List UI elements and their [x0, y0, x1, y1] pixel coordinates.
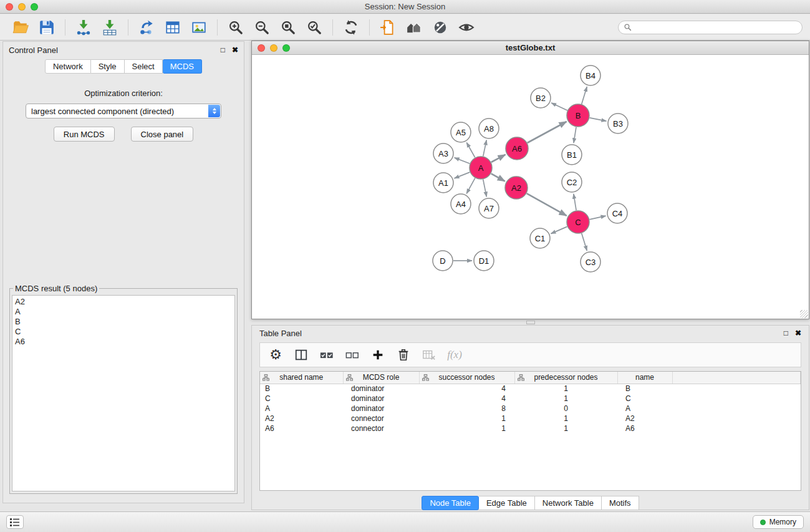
- table-cell[interactable]: 8: [419, 404, 514, 414]
- tab-network[interactable]: Network: [45, 59, 91, 74]
- tab-network-table[interactable]: Network Table: [535, 496, 602, 510]
- mcds-result-list[interactable]: A2ABCA6: [12, 295, 235, 491]
- search-box[interactable]: [618, 21, 803, 34]
- graph-node-D1[interactable]: D1: [474, 251, 494, 271]
- tab-node-table[interactable]: Node Table: [422, 496, 479, 510]
- table-cell[interactable]: 1: [514, 394, 617, 404]
- show-hide-button[interactable]: [456, 17, 476, 37]
- home-button[interactable]: [404, 17, 424, 37]
- graph-node-A4[interactable]: A4: [451, 194, 471, 214]
- table-row[interactable]: A6connector11A6: [260, 423, 801, 433]
- edge-A-A3[interactable]: [455, 158, 470, 163]
- table-cell[interactable]: dominator: [343, 384, 419, 394]
- graph-node-B2[interactable]: B2: [531, 88, 551, 108]
- zoom-selected-button[interactable]: [304, 17, 324, 37]
- zoom-in-button[interactable]: [226, 17, 246, 37]
- tab-style[interactable]: Style: [91, 59, 125, 74]
- table-cell[interactable]: B: [617, 384, 672, 394]
- edge-A6-B[interactable]: [528, 122, 567, 143]
- select-all-button[interactable]: [319, 347, 335, 363]
- graph-node-B3[interactable]: B3: [608, 114, 628, 133]
- table-cell[interactable]: connector: [343, 423, 419, 433]
- float-panel-icon[interactable]: □: [784, 329, 788, 337]
- mcds-result-item[interactable]: A: [15, 307, 232, 317]
- edge-A-A4[interactable]: [466, 178, 475, 194]
- column-header-predecessor-nodes[interactable]: predecessor nodes: [514, 372, 617, 384]
- panel-splitter[interactable]: [251, 319, 809, 325]
- new-table-button[interactable]: [163, 17, 183, 37]
- table-cell[interactable]: 4: [419, 384, 514, 394]
- close-panel-icon[interactable]: ✖: [232, 46, 238, 54]
- edge-A-A2[interactable]: [491, 173, 505, 181]
- window-resize-grip[interactable]: [800, 310, 808, 318]
- graph-node-C3[interactable]: C3: [581, 252, 600, 272]
- graph-node-A7[interactable]: A7: [479, 198, 499, 218]
- graph-node-D[interactable]: D: [433, 251, 453, 271]
- graph-node-C4[interactable]: C4: [607, 203, 627, 223]
- tab-select[interactable]: Select: [125, 59, 163, 74]
- import-network-button[interactable]: [74, 17, 94, 37]
- close-panel-icon[interactable]: ✖: [795, 329, 801, 337]
- table-cell[interactable]: A6: [260, 423, 343, 433]
- column-header-shared-name[interactable]: shared name: [260, 372, 343, 384]
- network-canvas[interactable]: AA1A2A3A4A5A6A7A8BB1B2B3B4CC1C2C3C4DD1: [252, 55, 809, 319]
- edge-B-B3[interactable]: [590, 118, 607, 121]
- table-cell[interactable]: A2: [260, 414, 343, 423]
- table-settings-icon[interactable]: ⚙: [268, 347, 284, 363]
- network-close-button[interactable]: [258, 44, 265, 52]
- graph-node-B4[interactable]: B4: [581, 65, 600, 85]
- mcds-result-item[interactable]: A6: [15, 337, 232, 347]
- table-cell[interactable]: 0: [514, 404, 617, 414]
- column-header-name[interactable]: name: [617, 372, 672, 384]
- edge-A-A1[interactable]: [455, 172, 470, 178]
- deselect-all-button[interactable]: [344, 347, 360, 363]
- edge-A-A7[interactable]: [483, 180, 487, 197]
- graph-node-C[interactable]: C: [567, 211, 589, 233]
- graph-node-A1[interactable]: A1: [433, 173, 453, 193]
- table-cell[interactable]: A6: [617, 423, 672, 433]
- table-cell[interactable]: dominator: [343, 394, 419, 404]
- edge-A-A5[interactable]: [466, 143, 475, 158]
- table-cell[interactable]: C: [260, 394, 343, 404]
- column-header-mcds-role[interactable]: MCDS role: [343, 372, 419, 384]
- edge-B-B2[interactable]: [551, 103, 567, 110]
- edge-A-A6[interactable]: [491, 155, 506, 162]
- table-cell[interactable]: 1: [514, 414, 617, 423]
- export-image-button[interactable]: [189, 17, 209, 37]
- mcds-result-item[interactable]: A2: [15, 297, 232, 307]
- table-cell[interactable]: C: [617, 394, 672, 404]
- mcds-result-item[interactable]: B: [15, 317, 232, 327]
- splitter-grip[interactable]: [526, 321, 535, 324]
- edge-A2-C[interactable]: [527, 193, 567, 216]
- edge-C-C3[interactable]: [582, 233, 587, 251]
- table-cell[interactable]: 4: [419, 394, 514, 404]
- delete-row-button[interactable]: [395, 347, 412, 363]
- graph-node-A5[interactable]: A5: [451, 122, 471, 142]
- zoom-out-button[interactable]: [252, 17, 272, 37]
- zoom-fit-button[interactable]: [278, 17, 298, 37]
- graph-node-C1[interactable]: C1: [530, 228, 550, 248]
- graphics-details-button[interactable]: [430, 17, 450, 37]
- graph-node-A3[interactable]: A3: [433, 143, 453, 163]
- mcds-result-item[interactable]: C: [15, 327, 232, 337]
- graph-node-B1[interactable]: B1: [562, 145, 582, 165]
- close-window-button[interactable]: [6, 3, 13, 11]
- zoom-window-button[interactable]: [31, 3, 38, 11]
- optimization-criterion-select[interactable]: largest connected component (directed): [26, 104, 221, 118]
- delete-table-button[interactable]: [421, 347, 437, 363]
- table-cell[interactable]: 1: [514, 384, 617, 394]
- run-mcds-button[interactable]: Run MCDS: [54, 127, 115, 142]
- tab-edge-table[interactable]: Edge Table: [479, 496, 535, 510]
- network-zoom-button[interactable]: [282, 44, 290, 52]
- edge-B-B4[interactable]: [582, 87, 587, 104]
- save-session-button[interactable]: [37, 17, 57, 37]
- table-cell[interactable]: connector: [343, 414, 419, 423]
- graph-node-A8[interactable]: A8: [479, 118, 499, 138]
- table-cell[interactable]: A: [617, 404, 672, 414]
- clone-network-button[interactable]: [378, 17, 398, 37]
- column-chooser-button[interactable]: [293, 347, 309, 363]
- table-cell[interactable]: dominator: [343, 404, 419, 414]
- edge-C-C4[interactable]: [590, 216, 606, 220]
- edge-C-C2[interactable]: [574, 194, 576, 210]
- table-cell[interactable]: 1: [419, 414, 514, 423]
